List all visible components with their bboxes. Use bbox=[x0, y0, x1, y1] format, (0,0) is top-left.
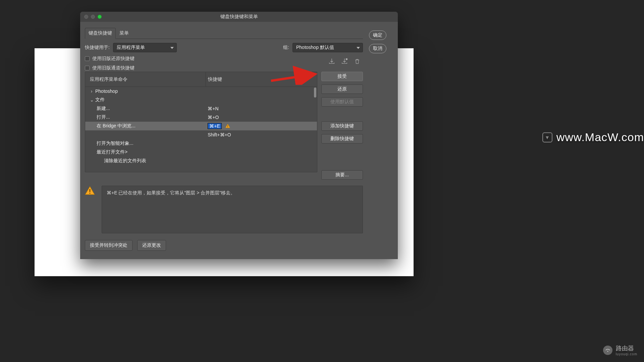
svg-rect-2 bbox=[227, 127, 228, 127]
group-select[interactable]: Photoshop 默认值 bbox=[292, 43, 363, 52]
table-body[interactable]: ›Photoshop ⌄文件 新建... ⌘+N 打开... bbox=[85, 87, 317, 172]
cancel-button[interactable]: 取消 bbox=[369, 44, 386, 53]
undo-changes-button[interactable]: 还原更改 bbox=[137, 240, 166, 251]
watermark-text: www.MacW.com bbox=[556, 131, 644, 144]
router-logo: 路由器 luyouqi.com bbox=[603, 344, 637, 356]
shortcuts-for-label: 快捷键用于: bbox=[85, 45, 110, 51]
accept-goto-conflict-button[interactable]: 接受并转到冲突处 bbox=[85, 240, 132, 251]
chevron-down-icon: ⌄ bbox=[90, 97, 93, 103]
table-row[interactable]: Shift+⌘+O bbox=[85, 130, 317, 139]
row-shortcut: ⌘+N bbox=[208, 106, 218, 111]
warning-icon bbox=[85, 186, 95, 196]
table-row-selected[interactable]: 在 Bridge 中浏览... ⌘+E bbox=[85, 122, 317, 130]
group-value: Photoshop 默认值 bbox=[296, 45, 334, 51]
chevron-right-icon: › bbox=[90, 88, 93, 94]
table-row[interactable]: 新建... ⌘+N bbox=[85, 104, 317, 113]
shortcut-table: 应用程序菜单命令 快捷键 ›Photoshop ⌄文件 bbox=[85, 72, 317, 172]
shortcuts-for-value: 应用程序菜单 bbox=[117, 45, 145, 51]
svg-rect-3 bbox=[90, 189, 91, 192]
row-label: 在 Bridge 中浏览... bbox=[97, 123, 136, 129]
table-row[interactable]: 打开... ⌘+O bbox=[85, 113, 317, 122]
router-icon bbox=[603, 346, 612, 355]
legacy-channel-checkbox[interactable] bbox=[85, 66, 90, 70]
restore-button[interactable]: 还原 bbox=[321, 84, 363, 94]
watermark-logo-icon: ▾ bbox=[542, 132, 552, 142]
row-label: Photoshop bbox=[95, 88, 118, 94]
save-set-as-icon[interactable] bbox=[341, 58, 348, 65]
table-row[interactable]: ›Photoshop bbox=[85, 87, 317, 96]
conflict-message: ⌘+E 已经在使用，如果接受，它将从"图层 > 合并图层"移去。 bbox=[102, 186, 363, 233]
dialog-tabs: 键盘快捷键 菜单 bbox=[85, 28, 363, 39]
tab-shortcuts[interactable]: 键盘快捷键 bbox=[85, 28, 116, 39]
use-default-button[interactable]: 使用默认值 bbox=[321, 97, 363, 107]
row-label: 新建... bbox=[97, 106, 110, 112]
ok-button[interactable]: 确定 bbox=[369, 31, 386, 40]
shortcuts-for-select[interactable]: 应用程序菜单 bbox=[113, 43, 177, 52]
svg-point-0 bbox=[346, 58, 348, 60]
tab-menus[interactable]: 菜单 bbox=[116, 28, 132, 39]
summary-button[interactable]: 摘要... bbox=[321, 170, 363, 180]
svg-rect-1 bbox=[227, 125, 228, 127]
save-set-icon[interactable] bbox=[328, 58, 335, 65]
shortcut-edit-field[interactable]: ⌘+E bbox=[208, 123, 222, 129]
row-label: 清除最近的文件列表 bbox=[104, 158, 146, 164]
add-shortcut-button[interactable]: 添加快捷键 bbox=[321, 121, 363, 131]
col-shortcut: 快捷键 bbox=[206, 72, 317, 86]
legacy-channel-label: 使用旧版通道快捷键 bbox=[92, 65, 135, 71]
svg-point-6 bbox=[607, 351, 608, 352]
group-label: 组: bbox=[283, 45, 289, 51]
router-subtext: luyouqi.com bbox=[616, 352, 637, 356]
window-title: 键盘快捷键和菜单 bbox=[80, 14, 398, 20]
row-label: 文件 bbox=[95, 97, 105, 103]
table-row[interactable]: 打开为智能对象... bbox=[85, 139, 317, 148]
watermark: ▾ www.MacW.com bbox=[542, 131, 644, 144]
col-command: 应用程序菜单命令 bbox=[85, 76, 206, 82]
titlebar[interactable]: 键盘快捷键和菜单 bbox=[80, 12, 398, 22]
row-shortcut: ⌘+O bbox=[208, 115, 219, 120]
row-label: 最近打开文件> bbox=[97, 149, 127, 155]
delete-shortcut-button[interactable]: 删除快捷键 bbox=[321, 134, 363, 143]
row-label: 打开... bbox=[97, 114, 110, 120]
accept-button[interactable]: 接受 bbox=[321, 72, 363, 81]
scrollbar-thumb[interactable] bbox=[314, 87, 316, 98]
row-shortcut: Shift+⌘+O bbox=[208, 132, 231, 137]
table-row[interactable]: ⌄文件 bbox=[85, 96, 317, 104]
shortcuts-dialog: 键盘快捷键和菜单 键盘快捷键 菜单 快捷键用于: 应用程序菜单 组: Photo… bbox=[80, 12, 398, 259]
svg-rect-4 bbox=[90, 193, 91, 194]
table-row[interactable]: 清除最近的文件列表 bbox=[85, 157, 317, 165]
table-row[interactable]: 最近打开文件> bbox=[85, 148, 317, 157]
row-label: 打开为智能对象... bbox=[97, 140, 133, 146]
router-text: 路由器 bbox=[616, 345, 634, 352]
warning-icon bbox=[225, 123, 230, 129]
trash-icon[interactable] bbox=[354, 58, 361, 65]
